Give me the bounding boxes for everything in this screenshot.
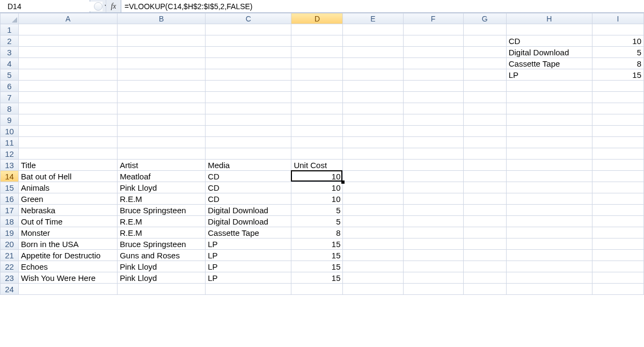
row-header-8[interactable]: 8 (1, 103, 19, 114)
cell-B22[interactable]: Pink Lloyd (118, 261, 206, 272)
row-header-10[interactable]: 10 (1, 126, 19, 137)
cell-E21[interactable] (343, 250, 403, 261)
cell-A22[interactable]: Echoes (19, 261, 118, 272)
cell-E5[interactable] (343, 69, 403, 81)
cell-F1[interactable] (403, 24, 463, 35)
cell-H16[interactable] (506, 193, 592, 205)
cell-I20[interactable] (592, 238, 643, 250)
cell-F6[interactable] (403, 81, 463, 92)
cell-A23[interactable]: Wish You Were Here (19, 272, 118, 284)
cell-C1[interactable] (206, 24, 291, 35)
cell-B21[interactable]: Guns and Roses (118, 250, 206, 261)
column-header-D[interactable]: D (291, 13, 343, 24)
cell-A11[interactable] (19, 137, 118, 148)
cell-G6[interactable] (463, 81, 506, 92)
cell-A4[interactable] (19, 58, 118, 69)
cell-E4[interactable] (343, 58, 403, 69)
cell-I3[interactable]: 5 (592, 47, 643, 58)
cell-I22[interactable] (592, 261, 643, 272)
cell-A6[interactable] (19, 81, 118, 92)
cell-D3[interactable] (291, 47, 343, 58)
cell-A1[interactable] (19, 24, 118, 35)
insert-function-button[interactable]: fx (106, 0, 121, 12)
cell-G17[interactable] (463, 205, 506, 216)
cell-E14[interactable] (343, 171, 403, 182)
column-header-A[interactable]: A (19, 13, 118, 24)
cell-E10[interactable] (343, 126, 403, 137)
cell-B9[interactable] (118, 114, 206, 126)
cell-G24[interactable] (463, 284, 506, 295)
cell-F11[interactable] (403, 137, 463, 148)
row-header-11[interactable]: 11 (1, 137, 19, 148)
cell-I7[interactable] (592, 92, 643, 103)
cell-E17[interactable] (343, 205, 403, 216)
cell-E12[interactable] (343, 148, 403, 160)
cell-E13[interactable] (343, 160, 403, 171)
cell-E24[interactable] (343, 284, 403, 295)
cell-D2[interactable] (291, 35, 343, 47)
cell-F24[interactable] (403, 284, 463, 295)
cell-I1[interactable] (592, 24, 643, 35)
cell-I14[interactable] (592, 171, 643, 182)
cell-H10[interactable] (506, 126, 592, 137)
cell-A5[interactable] (19, 69, 118, 81)
cell-A12[interactable] (19, 148, 118, 160)
cell-H1[interactable] (506, 24, 592, 35)
row-header-1[interactable]: 1 (1, 24, 19, 35)
cell-D6[interactable] (291, 81, 343, 92)
cell-F7[interactable] (403, 92, 463, 103)
cell-F9[interactable] (403, 114, 463, 126)
cell-B16[interactable]: R.E.M (118, 193, 206, 205)
cell-B23[interactable]: Pink Lloyd (118, 272, 206, 284)
cell-E20[interactable] (343, 238, 403, 250)
row-header-22[interactable]: 22 (1, 261, 19, 272)
column-header-G[interactable]: G (463, 13, 506, 24)
cell-E19[interactable] (343, 227, 403, 238)
cell-B1[interactable] (118, 24, 206, 35)
cell-C3[interactable] (206, 47, 291, 58)
cell-B2[interactable] (118, 35, 206, 47)
cell-H15[interactable] (506, 182, 592, 193)
cell-A19[interactable]: Monster (19, 227, 118, 238)
cell-I4[interactable]: 8 (592, 58, 643, 69)
cell-D4[interactable] (291, 58, 343, 69)
cell-G12[interactable] (463, 148, 506, 160)
row-header-23[interactable]: 23 (1, 272, 19, 284)
cell-G23[interactable] (463, 272, 506, 284)
cell-A21[interactable]: Appetite for Destructio (19, 250, 118, 261)
cell-D19[interactable]: 8 (291, 227, 343, 238)
cell-H13[interactable] (506, 160, 592, 171)
column-header-E[interactable]: E (343, 13, 403, 24)
cell-F22[interactable] (403, 261, 463, 272)
cell-H18[interactable] (506, 216, 592, 227)
cell-F18[interactable] (403, 216, 463, 227)
cell-I2[interactable]: 10 (592, 35, 643, 47)
cell-H5[interactable]: LP (506, 69, 592, 81)
cell-F23[interactable] (403, 272, 463, 284)
cell-C13[interactable]: Media (206, 160, 291, 171)
cell-D17[interactable]: 5 (291, 205, 343, 216)
cell-A9[interactable] (19, 114, 118, 126)
row-header-4[interactable]: 4 (1, 58, 19, 69)
cell-G9[interactable] (463, 114, 506, 126)
cell-E6[interactable] (343, 81, 403, 92)
cell-C7[interactable] (206, 92, 291, 103)
cell-H20[interactable] (506, 238, 592, 250)
cell-C9[interactable] (206, 114, 291, 126)
cell-I16[interactable] (592, 193, 643, 205)
cell-H4[interactable]: Cassette Tape (506, 58, 592, 69)
cell-C12[interactable] (206, 148, 291, 160)
cell-I5[interactable]: 15 (592, 69, 643, 81)
cell-F21[interactable] (403, 250, 463, 261)
cell-C17[interactable]: Digital Download (206, 205, 291, 216)
cell-C14[interactable]: CD (206, 171, 291, 182)
cell-H23[interactable] (506, 272, 592, 284)
column-header-C[interactable]: C (206, 13, 291, 24)
row-header-24[interactable]: 24 (1, 284, 19, 295)
column-header-F[interactable]: F (403, 13, 463, 24)
cell-C2[interactable] (206, 35, 291, 47)
cell-H21[interactable] (506, 250, 592, 261)
cell-E15[interactable] (343, 182, 403, 193)
cell-G14[interactable] (463, 171, 506, 182)
cell-F20[interactable] (403, 238, 463, 250)
